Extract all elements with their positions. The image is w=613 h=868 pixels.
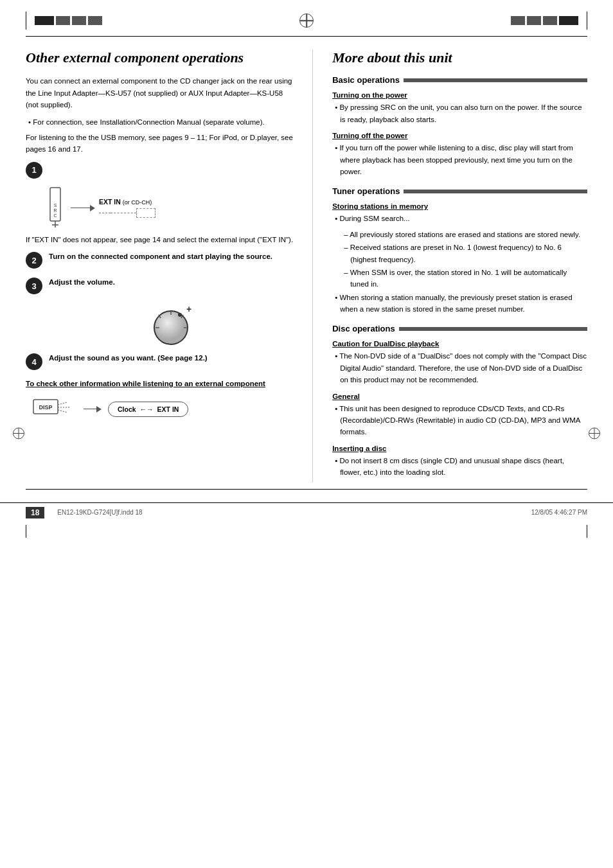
step-2-text: Turn on the connected component and star… — [49, 251, 272, 262]
step-2-circle: 2 — [26, 252, 42, 269]
corner-line-left — [26, 525, 26, 538]
dashed-arrow-row — [99, 208, 155, 218]
svg-text:+: + — [186, 304, 191, 314]
footer-file: EN12-19KD-G724[U]f.indd 18 — [57, 509, 142, 516]
or-cd-ch: (or CD-CH) — [123, 199, 152, 206]
step-4: 4 Adjust the sound as you want. (See pag… — [26, 352, 293, 370]
page-wrapper: Other external component operations You … — [0, 0, 613, 868]
svg-text:C: C — [53, 213, 57, 218]
page-number: 18 — [26, 507, 44, 518]
top-border-right — [511, 12, 587, 30]
border-block-1 — [35, 16, 54, 25]
disp-svg: DISP — [32, 394, 77, 421]
tuner-ops-header: Tuner operations — [332, 186, 587, 196]
volume-knob-wrapper: + — [51, 302, 293, 347]
basic-ops-header: Basic operations — [332, 75, 587, 85]
footer-date: 12/8/05 4:46:27 PM — [531, 509, 587, 516]
svg-point-8 — [178, 313, 182, 317]
main-content: Other external component operations You … — [0, 37, 613, 489]
volume-knob-svg: + — [147, 302, 198, 347]
svg-line-16 — [58, 402, 67, 405]
crosshair-center — [299, 13, 314, 28]
check-link-wrapper: To check other information while listeni… — [26, 379, 293, 388]
inserting-title: Inserting a disc — [332, 445, 587, 452]
clock-label: Clock — [118, 405, 136, 413]
turning-off-bullet: If you turn off the power while listenin… — [332, 142, 587, 177]
disp-arrow-head — [96, 406, 102, 412]
step-1: 1 — [26, 161, 293, 179]
ext-in-label-box: EXT IN (or CD-CH) — [99, 198, 155, 218]
clock-ext-in-box: Clock ←→ EXT IN — [108, 402, 188, 417]
step-3: 3 Adjust the volume. — [26, 276, 293, 294]
inserting-bullet: Do not insert 8 cm discs (single CD) and… — [332, 455, 587, 479]
storing-bullet-intro: During SSM search... — [332, 213, 587, 224]
storing-sub3: When SSM is over, the station stored in … — [332, 267, 587, 290]
border-line-right — [587, 12, 587, 30]
disc-ops-rule — [399, 327, 587, 331]
turning-on-bullet: By pressing SRC on the unit, you can als… — [332, 102, 587, 125]
corner-line-right — [587, 525, 587, 538]
svg-text:R: R — [53, 208, 57, 213]
dashed-box — [136, 208, 155, 218]
ext-in-text: EXT IN (or CD-CH) — [99, 198, 152, 206]
svg-text:S: S — [54, 203, 57, 208]
right-section-title: More about this unit — [332, 49, 587, 66]
arrow-head — [90, 205, 95, 211]
step-1-circle: 1 — [26, 162, 42, 179]
border-block-3 — [72, 16, 86, 25]
clock-disp-diagram: DISP Clock ←→ EXT IN — [32, 394, 293, 423]
left-intro2-text: For listening to the the USB memory, see… — [26, 132, 293, 155]
storing-sub2: Received stations are preset in No. 1 (l… — [332, 242, 587, 265]
disp-arrow-line — [84, 409, 96, 410]
disc-ops-label: Disc operations — [332, 324, 395, 333]
clock-arrow-left: ←→ — [140, 405, 154, 413]
tuner-ops-label: Tuner operations — [332, 186, 400, 196]
bottom-bar: 18 EN12-19KD-G724[U]f.indd 18 12/8/05 4:… — [0, 502, 613, 522]
border-line-left — [26, 12, 26, 30]
device-icon: S R C — [42, 186, 67, 230]
left-intro-text: You can connect an external component to… — [26, 75, 293, 111]
right-crosshair — [589, 427, 600, 441]
general-bullet: This unit has been designed to reproduce… — [332, 403, 587, 438]
left-crosshair — [13, 427, 24, 441]
border-block-5 — [511, 16, 525, 25]
turning-on-title: Turning on the power — [332, 91, 587, 99]
basic-ops-label: Basic operations — [332, 75, 400, 85]
dash-1 — [99, 213, 111, 213]
step-4-text: Adjust the sound as you want. (See page … — [49, 352, 208, 364]
connector-svg: S R C — [42, 186, 67, 228]
step-2: 2 Turn on the connected component and st… — [26, 251, 293, 269]
arrow-container — [71, 205, 95, 211]
top-border — [0, 0, 613, 36]
left-column: Other external component operations You … — [26, 49, 312, 483]
disc-ops-header: Disc operations — [332, 324, 587, 333]
svg-line-18 — [58, 410, 67, 412]
dash-2 — [111, 213, 136, 213]
ext-in-label2: EXT IN — [157, 405, 179, 413]
step-4-circle: 4 — [26, 353, 42, 370]
disp-arrow — [84, 406, 102, 412]
basic-ops-rule — [404, 78, 587, 82]
step-3-text: Adjust the volume. — [49, 276, 115, 288]
arrow-line-left — [71, 208, 90, 209]
border-block-8 — [559, 16, 578, 25]
border-block-6 — [527, 16, 541, 25]
left-section-title: Other external component operations — [26, 49, 293, 66]
border-block-2 — [56, 16, 70, 25]
ext-in-diagram: S R C EXT IN (or CD-CH) — [42, 186, 293, 230]
check-link-text[interactable]: To check other information while listeni… — [26, 380, 265, 387]
bottom-corners — [0, 522, 613, 540]
dualdisc-bullet: The Non-DVD side of a "DualDisc" does no… — [332, 350, 587, 385]
bottom-rule — [26, 489, 587, 490]
tuner-ops-rule — [404, 190, 587, 193]
turning-off-title: Turning off the power — [332, 132, 587, 139]
top-border-left — [26, 12, 102, 30]
left-bullet-connection: For connection, see Installation/Connect… — [26, 116, 293, 128]
general-title: General — [332, 393, 587, 400]
border-block-4 — [88, 16, 102, 25]
step-3-circle: 3 — [26, 278, 42, 294]
disp-button-icon: DISP — [32, 394, 77, 423]
right-column: More about this unit Basic operations Tu… — [313, 49, 587, 483]
border-block-7 — [543, 16, 557, 25]
step1-note: If "EXT IN" does not appear, see page 14… — [26, 234, 293, 245]
